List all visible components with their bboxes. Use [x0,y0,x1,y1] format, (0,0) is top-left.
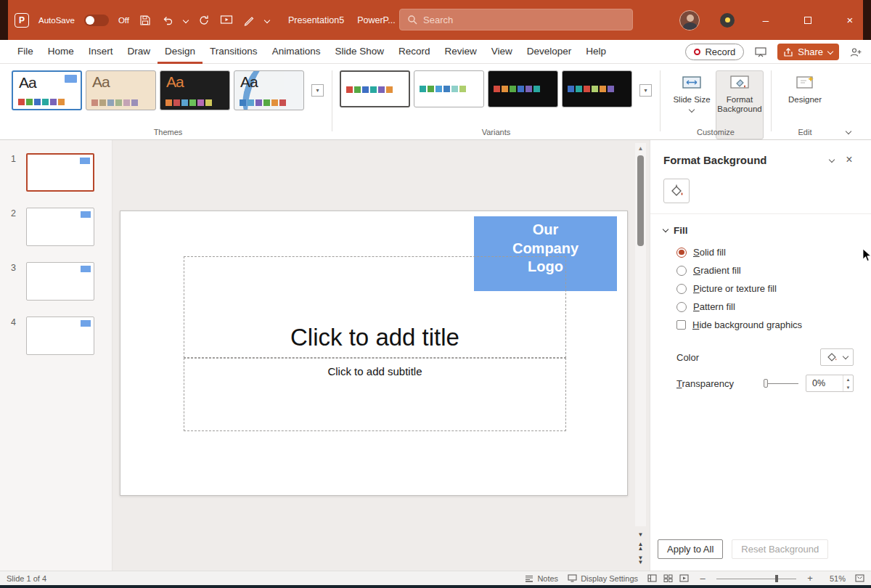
spin-down-icon[interactable]: ▼ [843,383,853,391]
powerpoint-app-icon[interactable]: P [15,13,29,28]
theme-card-4[interactable]: Aa [234,70,304,110]
theme-card-office[interactable]: Aa [12,70,82,110]
slide-sorter-view-button[interactable] [663,574,673,582]
zoom-out-button[interactable]: – [698,573,707,584]
quick-access-more-chevron-icon[interactable] [264,17,270,23]
tab-insert[interactable]: Insert [81,40,120,64]
coming-soon-lightbulb-icon[interactable] [720,13,735,28]
tab-slide-show[interactable]: Slide Show [327,40,391,64]
tab-home[interactable]: Home [41,40,81,64]
variant-card-1[interactable] [340,70,410,107]
tab-animations[interactable]: Animations [265,40,328,64]
autosave-label: AutoSave [38,16,75,25]
variant-card-2[interactable] [414,70,484,107]
variants-group-label: Variants [340,128,653,136]
minimize-button[interactable]: – [755,9,777,31]
themes-gallery-more-button[interactable]: ▾ [311,84,324,97]
tab-transitions[interactable]: Transitions [203,40,265,64]
theme-card-2[interactable]: Aa [86,70,156,110]
slide-thumbnail-3[interactable]: 3 [0,262,112,301]
tab-review[interactable]: Review [438,40,484,64]
share-button[interactable]: Share [777,44,839,60]
zoom-handle[interactable] [775,575,778,582]
variants-gallery-more-button[interactable]: ▾ [639,84,652,97]
slide-thumbnail-4[interactable]: 4 [0,317,112,355]
record-button[interactable]: Record [685,44,744,60]
slide-thumbnail-2[interactable]: 2 [0,208,112,246]
apply-to-all-button[interactable]: Apply to All [658,539,723,559]
next-slide-button[interactable]: ▼▼ [638,556,644,565]
hide-background-graphics-option[interactable]: Hide background graphics [676,316,858,334]
transparency-spinbox[interactable]: 0% ▲ ▼ [806,375,854,392]
variant-card-4[interactable] [562,70,632,107]
pattern-fill-option[interactable]: Pattern fill [676,298,858,316]
picture-texture-fill-option[interactable]: Picture or texture fill [676,279,858,298]
zoom-in-button[interactable]: + [806,573,814,584]
fill-section-header[interactable]: Fill [663,225,858,236]
transparency-slider[interactable] [764,379,798,388]
share-dropdown-chevron-icon[interactable] [827,48,833,54]
pane-close-icon[interactable]: × [841,151,858,168]
radio-picture-fill[interactable] [676,284,687,294]
add-people-icon[interactable] [848,44,864,60]
display-settings-button[interactable]: Display Settings [568,574,638,583]
search-box[interactable] [399,9,633,30]
collapse-ribbon-chevron-icon[interactable] [846,128,851,134]
theme-color-strip [91,99,138,106]
reset-background-button[interactable]: Reset Background [732,539,828,559]
thumbnail-preview[interactable] [26,262,94,301]
start-slideshow-icon[interactable] [220,14,233,27]
radio-solid-fill[interactable] [676,248,687,258]
maximize-button[interactable] [797,9,819,31]
zoom-level[interactable]: 51% [824,574,846,583]
tab-developer[interactable]: Developer [520,40,579,64]
thumbnail-preview[interactable] [26,208,94,246]
record-dot-icon [694,49,700,55]
pen-icon[interactable] [242,14,255,27]
scrollbar-thumb[interactable] [637,155,644,246]
previous-slide-button[interactable]: ▲▲ [638,542,644,551]
vertical-scrollbar[interactable]: ▲ [635,143,646,526]
notes-toggle[interactable]: Notes [525,574,558,583]
thumbnail-preview[interactable] [26,153,94,192]
slider-handle[interactable] [764,379,768,388]
spin-up-icon[interactable]: ▲ [843,375,853,383]
tab-help[interactable]: Help [578,40,613,64]
scroll-down-arrow-icon[interactable]: ▼ [638,533,644,537]
slideshow-view-button[interactable] [679,574,689,582]
tab-record[interactable]: Record [391,40,438,64]
zoom-slider[interactable] [716,574,796,583]
title-placeholder[interactable]: Click to add title [184,256,566,358]
subtitle-placeholder[interactable]: Click to add subtitle [184,358,566,431]
hide-graphics-checkbox[interactable] [676,320,686,330]
gradient-fill-option[interactable]: Gradient fill [676,261,858,279]
slide-canvas[interactable]: Our Company Logo Click to add title Clic… [120,211,628,496]
undo-dropdown-chevron-icon[interactable] [183,17,189,23]
display-settings-icon [568,574,577,582]
solid-fill-option[interactable]: Solid fill [676,243,858,261]
tab-draw[interactable]: Draw [120,40,158,64]
fill-bucket-tab[interactable] [663,179,690,203]
pane-options-chevron-icon[interactable] [823,151,841,168]
save-icon[interactable] [139,14,152,27]
color-picker-button[interactable] [820,348,854,366]
slide-thumbnail-1[interactable]: 1 [0,153,112,192]
redo-icon[interactable] [197,14,210,27]
fit-slide-to-window-button[interactable] [855,574,864,582]
scroll-up-arrow-icon[interactable]: ▲ [638,143,644,154]
tab-design[interactable]: Design [158,40,203,64]
autosave-toggle[interactable] [84,15,109,26]
close-button[interactable]: × [839,9,861,31]
search-input[interactable] [423,15,625,25]
normal-view-button[interactable] [647,574,657,582]
radio-gradient-fill[interactable] [676,266,687,276]
tab-file[interactable]: File [10,40,41,64]
thumbnail-preview[interactable] [26,317,94,355]
radio-pattern-fill[interactable] [676,302,687,312]
user-avatar[interactable] [679,10,700,30]
undo-icon[interactable] [161,14,174,27]
variant-card-3[interactable] [488,70,558,107]
tab-view[interactable]: View [484,40,520,64]
theme-card-3[interactable]: Aa [160,70,230,110]
presenter-mode-icon[interactable] [753,44,769,60]
